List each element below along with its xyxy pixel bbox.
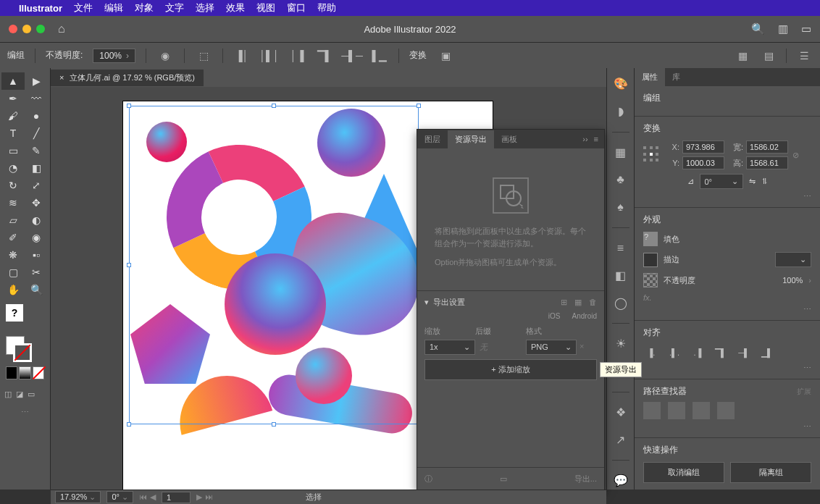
panel-menu-icon[interactable]: ≡ [594, 135, 598, 143]
arrange-icon[interactable]: ▥ [778, 22, 788, 35]
align-vcenter-icon[interactable]: ─▌ [736, 345, 752, 361]
ungroup-button[interactable]: 取消编组 [643, 462, 724, 483]
menu-file[interactable]: 文件 [74, 1, 93, 14]
align-bottom-icon[interactable]: ▌▁ [371, 47, 388, 64]
type-tool[interactable]: T [1, 125, 25, 142]
swatches-panel-icon[interactable]: ▦ [612, 144, 629, 161]
pen-tool[interactable]: ✒ [1, 90, 25, 107]
isolate-group-button[interactable]: 隔离组 [730, 462, 811, 483]
rotate-input[interactable]: 0° ⌄ [106, 491, 133, 503]
perspective-tool[interactable]: ▱ [1, 211, 25, 229]
more-options-icon[interactable]: ⋯ [643, 364, 811, 373]
exclude-icon[interactable] [717, 402, 735, 419]
suffix-input[interactable]: 无 [475, 340, 526, 355]
eyedropper-tool[interactable]: ✐ [1, 229, 25, 246]
libraries-tab[interactable]: 库 [665, 68, 687, 86]
y-input[interactable] [682, 156, 724, 169]
zoom-tool[interactable]: 🔍 [25, 281, 48, 298]
home-icon[interactable]: ⌂ [58, 22, 65, 35]
gradient-mode-icon[interactable] [19, 366, 30, 379]
ios-preset[interactable]: iOS [548, 312, 561, 320]
tab-close-icon[interactable]: × [59, 73, 64, 82]
menu-effect[interactable]: 效果 [226, 1, 245, 14]
x-input[interactable] [682, 140, 724, 154]
close-button[interactable] [9, 25, 17, 33]
eraser-tool[interactable]: ◧ [25, 159, 48, 177]
graph-tool[interactable]: ▪▫ [25, 246, 48, 264]
asset-export-icon[interactable]: ↗ [612, 431, 629, 448]
scale-tool[interactable]: ⤢ [25, 177, 48, 194]
paintbrush-tool[interactable]: ✎ [25, 142, 48, 159]
menu-type[interactable]: 文字 [165, 1, 184, 14]
last-artboard-icon[interactable]: ⏭ [205, 492, 213, 502]
menu-select[interactable]: 选择 [196, 1, 214, 14]
more-options-icon[interactable]: ⋯ [643, 192, 811, 201]
align-hcenter-icon[interactable]: │▌│ [261, 47, 278, 64]
more-options-icon[interactable]: ⋯ [643, 305, 811, 314]
shape-builder-tool[interactable]: ◔ [1, 159, 25, 177]
layers-tab[interactable]: 图层 [417, 130, 448, 148]
align-top-icon[interactable]: ▔▌ [316, 47, 333, 64]
format-select[interactable]: PNG⌄ [526, 340, 577, 355]
none-mode-icon[interactable] [33, 366, 44, 379]
android-preset[interactable]: Android [572, 312, 597, 320]
edit-toolbar-icon[interactable]: ⋯ [0, 403, 50, 421]
fill-stroke-swatch[interactable] [6, 336, 30, 361]
fill-swatch[interactable]: ? [643, 232, 658, 246]
preview-icon[interactable]: ▭ [500, 474, 507, 484]
line-tool[interactable]: ╱ [25, 125, 48, 142]
align-left-icon[interactable]: ▐. [643, 345, 659, 361]
comments-icon[interactable]: 💬 [612, 472, 629, 490]
menu-edit[interactable]: 编辑 [104, 1, 123, 14]
app-name[interactable]: Illustrator [19, 3, 62, 14]
brush-tool[interactable]: 🖌 [1, 107, 25, 125]
appearance-panel-icon[interactable]: ☀ [612, 335, 629, 353]
align-bottom-icon[interactable]: ▁▌ [759, 345, 775, 361]
reference-point[interactable] [643, 146, 661, 164]
minimize-button[interactable] [22, 25, 31, 33]
collapse-icon[interactable]: ›› [582, 135, 587, 143]
brushes-panel-icon[interactable]: ♣ [612, 171, 629, 188]
unite-icon[interactable] [643, 402, 661, 419]
first-artboard-icon[interactable]: ⏮ [139, 492, 147, 502]
free-transform-tool[interactable]: ✥ [25, 194, 48, 211]
slice-tool[interactable]: ✂ [25, 264, 48, 281]
add-preset-icon[interactable]: ⊞ [561, 298, 567, 307]
menu-window[interactable]: 窗口 [287, 1, 306, 14]
intersect-icon[interactable] [693, 402, 710, 419]
minus-front-icon[interactable] [668, 402, 685, 419]
artboard-tool[interactable]: ▢ [1, 264, 25, 281]
menu-object[interactable]: 对象 [135, 1, 154, 14]
scale-select[interactable]: 1x⌄ [424, 340, 475, 355]
opacity-swatch[interactable] [643, 273, 658, 287]
curvature-tool[interactable]: 〰 [25, 90, 48, 107]
blob-brush-tool[interactable]: ● [25, 107, 48, 125]
disclosure-icon[interactable]: ▾ [424, 298, 429, 307]
selection-tool[interactable]: ▲ [1, 72, 25, 90]
zoom-input[interactable]: 17.92% ⌄ [55, 491, 101, 503]
crop-icon[interactable]: ⬚ [195, 47, 212, 64]
recolor-icon[interactable]: ◉ [156, 47, 174, 64]
flip-h-icon[interactable]: ⇋ [749, 177, 756, 186]
symbol-tool[interactable]: ❋ [1, 246, 25, 264]
width-tool[interactable]: ≋ [1, 194, 25, 211]
export-button[interactable]: 导出... [574, 474, 597, 484]
color-mode-icon[interactable] [6, 366, 17, 379]
artboard-nav-input[interactable]: 1 [162, 492, 191, 503]
draw-normal-icon[interactable]: ◫ [4, 390, 12, 399]
prev-artboard-icon[interactable]: ◀ [150, 492, 156, 502]
gradient-panel-icon[interactable]: ◧ [612, 267, 629, 285]
stroke-weight-input[interactable]: ⌄ [775, 252, 811, 267]
fx-button[interactable]: fx. [643, 293, 811, 302]
hand-tool[interactable]: ✋ [1, 281, 25, 298]
screen-mode-icon[interactable]: ▭ [28, 390, 35, 399]
menu-icon[interactable]: ☰ [795, 47, 813, 64]
stroke-panel-icon[interactable]: ≡ [612, 240, 629, 257]
align-right-icon[interactable]: │▐ [288, 47, 306, 64]
next-artboard-icon[interactable]: ▶ [196, 492, 202, 502]
rotate-tool[interactable]: ↻ [1, 177, 25, 194]
add-scale-button[interactable]: + 添加缩放 [424, 359, 597, 380]
maximize-button[interactable] [36, 25, 45, 33]
remove-row-icon[interactable]: × [577, 340, 587, 355]
grid-view-icon[interactable]: ▦ [734, 47, 751, 64]
